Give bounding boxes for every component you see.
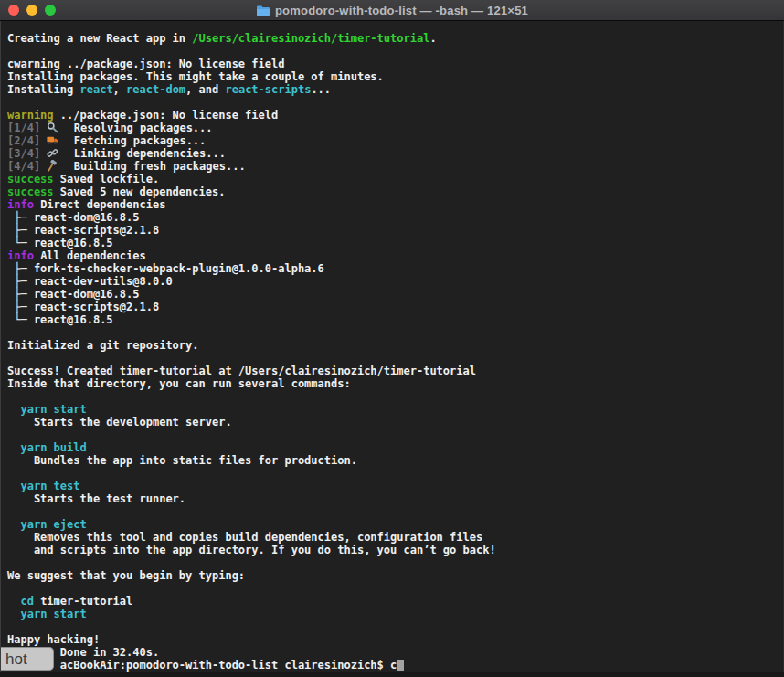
minimize-button[interactable] <box>26 5 37 16</box>
terminal-text: Creating a new React app in <box>7 32 192 45</box>
terminal-line: info All dependencies <box>7 249 783 262</box>
terminal-line: yarn start <box>7 608 783 620</box>
terminal-text: cwarning ../package.json: No license fie… <box>7 58 284 70</box>
terminal-line: ├─ react-dom@16.8.5 <box>7 211 783 224</box>
terminal-line: We suggest that you begin by typing: <box>7 569 783 582</box>
terminal-line: Removes this tool and copies build depen… <box>7 531 783 544</box>
terminal-text: ... <box>311 83 331 96</box>
terminal-text: yarn build <box>20 441 86 454</box>
terminal-line: and scripts into the app directory. If y… <box>7 544 783 556</box>
terminal-line: Done in 32.40s. <box>7 646 783 659</box>
terminal-text <box>7 518 20 531</box>
terminal-text: ├─ react-dom@16.8.5 <box>7 288 140 301</box>
terminal-text: ├─ react-scripts@2.1.8 <box>7 224 159 237</box>
truck-icon <box>47 134 60 146</box>
terminal-line <box>7 390 783 403</box>
terminal-line <box>7 45 783 58</box>
terminal-line: warning ../package.json: No license fiel… <box>7 109 783 122</box>
terminal-text: react <box>79 83 112 96</box>
terminal-line: Happy hacking! <box>7 633 783 646</box>
terminal-text: yarn start <box>20 608 86 620</box>
terminal-text: Happy hacking! <box>7 633 100 646</box>
terminal-line: Installing react, react-dom, and react-s… <box>7 83 783 96</box>
terminal-line <box>7 96 783 109</box>
terminal-text: ├─ react-scripts@2.1.8 <box>7 301 159 313</box>
terminal-text: Linking dependencies... <box>60 147 226 160</box>
terminal-text: yarn start <box>20 403 86 416</box>
terminal-line: yarn build <box>7 441 783 454</box>
hammer-icon <box>47 160 60 172</box>
terminal-text: warning <box>7 109 54 122</box>
terminal-text: Initialized a git repository. <box>7 339 199 352</box>
terminal-text: └─ react@16.8.5 <box>7 313 113 326</box>
terminal-window: pomodoro-with-todo-list — -bash — 121×51… <box>0 0 784 677</box>
terminal-line: [2/4] Fetching packages... <box>7 134 783 147</box>
terminal-text: [3/4] <box>7 147 47 160</box>
terminal-line: └─ react@16.8.5 <box>7 313 783 326</box>
terminal-text: We suggest that you begin by typing: <box>7 569 245 582</box>
terminal-line <box>7 467 783 480</box>
titlebar[interactable]: pomodoro-with-todo-list — -bash — 121×51 <box>0 0 784 21</box>
terminal-text: info <box>7 249 34 262</box>
terminal-line: ├─ react-dom@16.8.5 <box>7 288 783 301</box>
terminal-line <box>7 352 783 365</box>
terminal-line: ├─ react-scripts@2.1.8 <box>7 301 783 313</box>
zoom-button[interactable] <box>45 5 56 16</box>
terminal-line: success Saved 5 new dependencies. <box>7 185 783 198</box>
terminal-text: [1/4] <box>7 122 47 134</box>
terminal-line: Installing packages. This might take a c… <box>7 70 783 83</box>
window-title: pomodoro-with-todo-list — -bash — 121×51 <box>275 4 528 17</box>
text-cursor <box>397 660 404 671</box>
terminal-text <box>7 480 20 492</box>
screenshot-overlay[interactable]: hot <box>1 647 54 671</box>
terminal-output: Creating a new React app in /Users/clair… <box>7 32 783 672</box>
terminal-text: Saved 5 new dependencies. <box>54 185 226 198</box>
terminal-text: Bundles the app into static files for pr… <box>7 454 357 467</box>
folder-icon <box>256 5 270 16</box>
window-controls <box>8 0 56 20</box>
terminal-text: Direct dependencies <box>34 198 166 211</box>
terminal-line: yarn eject <box>7 518 783 531</box>
terminal-text: /Users/clairesinozich/timer-tutorial <box>192 32 429 45</box>
terminal-text: Saved lockfile. <box>54 173 160 185</box>
terminal-line <box>7 505 783 518</box>
terminal-text: Success! Created timer-tutorial at /User… <box>7 365 476 377</box>
terminal-line: Starts the development server. <box>7 416 783 428</box>
terminal-text: timer-tutorial <box>34 595 132 608</box>
terminal-text: info <box>7 198 34 211</box>
terminal-text: [2/4] <box>7 134 47 147</box>
terminal-line <box>7 556 783 569</box>
terminal-text: success <box>7 185 54 198</box>
terminal-line: Inside that directory, you can run sever… <box>7 377 783 390</box>
terminal-line: [3/4] Linking dependencies... <box>7 147 783 160</box>
terminal-text: Building fresh packages... <box>60 160 245 173</box>
close-button[interactable] <box>8 5 19 16</box>
terminal-text: yarn eject <box>20 518 86 531</box>
terminal-line: yarn start <box>7 403 783 416</box>
terminal-line: cwarning ../package.json: No license fie… <box>7 58 783 70</box>
magnifier-icon <box>47 122 60 133</box>
terminal-line: Starts the test runner. <box>7 492 783 505</box>
terminal-text: react-dom <box>126 83 185 96</box>
screenshot-overlay-label: hot <box>5 651 27 668</box>
terminal-line: Initialized a git repository. <box>7 339 783 352</box>
terminal-screen[interactable]: Creating a new React app in /Users/clair… <box>0 21 784 672</box>
terminal-text <box>7 595 20 608</box>
terminal-text: acBookAir:pomodoro-with-todo-list claire… <box>7 659 397 672</box>
terminal-text: Removes this tool and copies build depen… <box>7 531 482 544</box>
terminal-line: cd timer-tutorial <box>7 595 783 608</box>
terminal-line: acBookAir:pomodoro-with-todo-list claire… <box>7 659 783 672</box>
terminal-line: Bundles the app into static files for pr… <box>7 454 783 467</box>
terminal-text: , <box>113 83 126 96</box>
terminal-line: ├─ fork-ts-checker-webpack-plugin@1.0.0-… <box>7 262 783 275</box>
terminal-text: Starts the development server. <box>7 416 232 428</box>
terminal-line <box>7 582 783 595</box>
terminal-line <box>7 620 783 633</box>
window-title-group: pomodoro-with-todo-list — -bash — 121×51 <box>256 4 528 17</box>
terminal-line: success Saved lockfile. <box>7 173 783 185</box>
terminal-line <box>7 428 783 441</box>
link-icon <box>47 147 60 159</box>
terminal-text: ../package.json: No license field <box>54 109 279 122</box>
terminal-line: ├─ react-scripts@2.1.8 <box>7 224 783 237</box>
terminal-text: Installing packages. This might take a c… <box>7 70 384 83</box>
